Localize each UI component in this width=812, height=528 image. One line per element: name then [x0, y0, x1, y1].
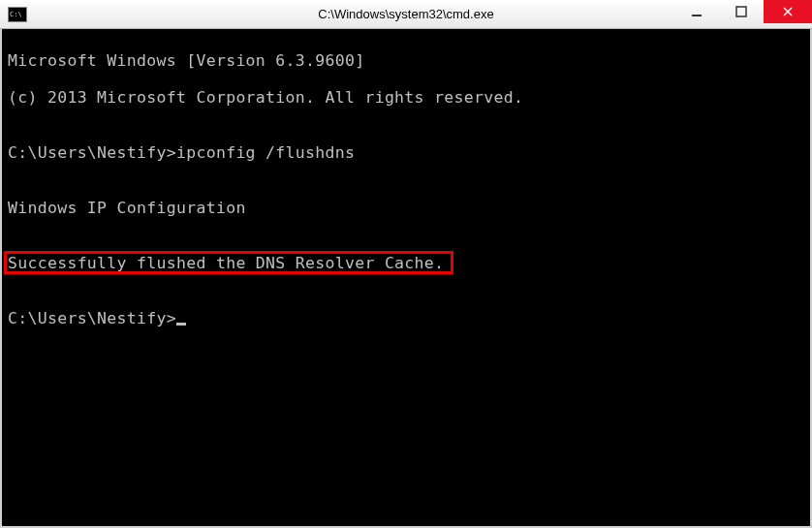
- maximize-button[interactable]: [719, 0, 764, 23]
- success-message: Successfully flushed the DNS Resolver Ca…: [8, 254, 444, 272]
- prompt-path: C:\Users\Nestify>: [8, 309, 176, 327]
- cmd-window: C:\ C:\Windows\system32\cmd.exe Microsof…: [0, 0, 812, 528]
- minimize-button[interactable]: [674, 0, 719, 23]
- output-heading: Windows IP Configuration: [8, 199, 804, 217]
- cursor: [176, 323, 186, 326]
- app-icon: C:\: [8, 7, 27, 22]
- svg-rect-1: [736, 7, 746, 16]
- svg-rect-0: [692, 15, 702, 16]
- terminal-area[interactable]: Microsoft Windows [Version 6.3.9600] (c)…: [0, 29, 812, 528]
- titlebar[interactable]: C:\ C:\Windows\system32\cmd.exe: [0, 0, 812, 29]
- prompt-path: C:\Users\Nestify>: [8, 143, 176, 162]
- output-line: Microsoft Windows [Version 6.3.9600]: [8, 51, 804, 70]
- output-line: (c) 2013 Microsoft Corporation. All righ…: [8, 88, 804, 107]
- success-line: Successfully flushed the DNS Resolver Ca…: [8, 254, 804, 272]
- window-controls: [674, 0, 812, 28]
- prompt-line: C:\Users\Nestify>ipconfig /flushdns: [8, 143, 804, 162]
- prompt-line: C:\Users\Nestify>: [8, 309, 804, 327]
- close-button[interactable]: [764, 0, 812, 23]
- entered-command: ipconfig /flushdns: [176, 143, 355, 162]
